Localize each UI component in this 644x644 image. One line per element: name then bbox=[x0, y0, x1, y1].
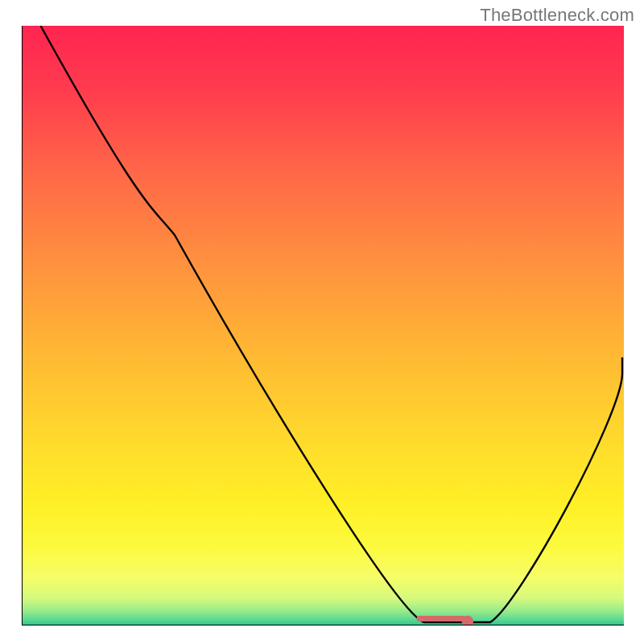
watermark-text: TheBottleneck.com bbox=[480, 5, 634, 26]
plot-area bbox=[22, 26, 624, 625]
plot-svg bbox=[22, 26, 624, 625]
chart-container: TheBottleneck.com bbox=[0, 0, 644, 644]
gradient-background bbox=[22, 26, 624, 625]
